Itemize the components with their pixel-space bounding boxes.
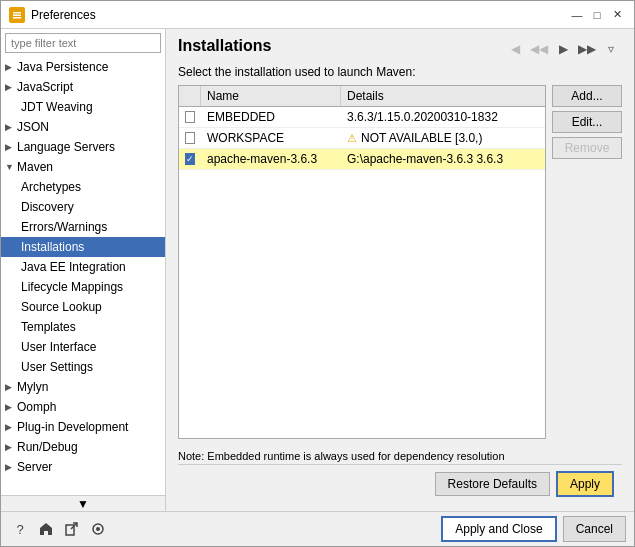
row3-checkbox[interactable]: ✓ <box>185 153 195 165</box>
nav-forward2-button[interactable]: ▶▶ <box>576 38 598 60</box>
maximize-button[interactable]: □ <box>588 6 606 24</box>
note-text: Note: Embedded runtime is always used fo… <box>178 449 622 464</box>
sidebar-item-maven[interactable]: ▼ Maven <box>1 157 165 177</box>
sidebar-item-templates[interactable]: Templates <box>1 317 165 337</box>
nav-back-button[interactable]: ◀ <box>504 38 526 60</box>
minimize-button[interactable]: — <box>568 6 586 24</box>
table-body: EMBEDDED 3.6.3/1.15.0.20200310-1832 WORK… <box>179 107 545 438</box>
warning-icon: ⚠ <box>347 132 357 145</box>
nav-forward-button[interactable]: ▶ <box>552 38 574 60</box>
scroll-down-icon: ▼ <box>77 497 89 511</box>
installations-table: Name Details EMBEDDED 3.6.3/1.15.0.20200… <box>178 85 546 439</box>
edit-button[interactable]: Edit... <box>552 111 622 133</box>
restore-defaults-button[interactable]: Restore Defaults <box>435 472 550 496</box>
title-bar-left: Preferences <box>9 7 96 23</box>
nav-back2-button[interactable]: ◀◀ <box>528 38 550 60</box>
svg-rect-2 <box>13 14 21 16</box>
export-icon[interactable] <box>61 518 83 540</box>
table-row[interactable]: WORKSPACE ⚠ NOT AVAILABLE [3.0,) <box>179 128 545 149</box>
th-name: Name <box>201 86 341 106</box>
sidebar-item-javascript[interactable]: ▶ JavaScript <box>1 77 165 97</box>
td-checkbox[interactable] <box>179 128 201 148</box>
expand-arrow: ▶ <box>5 82 15 92</box>
sidebar-item-server[interactable]: ▶ Server <box>1 457 165 477</box>
sidebar-item-run-debug[interactable]: ▶ Run/Debug <box>1 437 165 457</box>
footer-icons: ? <box>9 518 109 540</box>
svg-point-7 <box>96 527 100 531</box>
dialog-buttons: Apply and Close Cancel <box>441 516 626 542</box>
main-content: ▶ Java Persistence ▶ JavaScript JDT Weav… <box>1 29 634 511</box>
nav-arrows: ◀ ◀◀ ▶ ▶▶ ▿ <box>504 38 622 60</box>
nav-menu-button[interactable]: ▿ <box>600 38 622 60</box>
expand-arrow: ▼ <box>5 162 15 172</box>
table-row[interactable]: ✓ apache-maven-3.6.3 G:\apache-maven-3.6… <box>179 149 545 170</box>
help-icon[interactable]: ? <box>9 518 31 540</box>
preferences-window: Preferences — □ ✕ ▶ Java Persistence ▶ J… <box>0 0 635 547</box>
svg-rect-1 <box>13 12 21 14</box>
expand-arrow: ▶ <box>5 122 15 132</box>
row2-checkbox[interactable] <box>185 132 195 144</box>
sidebar-item-mylyn[interactable]: ▶ Mylyn <box>1 377 165 397</box>
sidebar-item-user-interface[interactable]: User Interface <box>1 337 165 357</box>
side-buttons: Add... Edit... Remove <box>552 85 622 439</box>
table-header: Name Details <box>179 86 545 107</box>
sidebar-item-java-persistence[interactable]: ▶ Java Persistence <box>1 57 165 77</box>
row1-checkbox[interactable] <box>185 111 195 123</box>
th-details: Details <box>341 86 545 106</box>
sidebar-item-java-ee-integration[interactable]: Java EE Integration <box>1 257 165 277</box>
cancel-button[interactable]: Cancel <box>563 516 626 542</box>
window-icon <box>9 7 25 23</box>
footer-bar: ? Apply and Close <box>1 511 634 546</box>
panel-title: Installations <box>178 37 271 55</box>
expand-arrow: ▶ <box>5 62 15 72</box>
td-name: EMBEDDED <box>201 107 341 127</box>
title-controls: — □ ✕ <box>568 6 626 24</box>
sidebar-item-discovery[interactable]: Discovery <box>1 197 165 217</box>
right-panel: Installations ◀ ◀◀ ▶ ▶▶ ▿ Select the ins… <box>166 29 634 511</box>
remove-button[interactable]: Remove <box>552 137 622 159</box>
td-checkbox[interactable] <box>179 107 201 127</box>
filter-input[interactable] <box>5 33 161 53</box>
sidebar-item-plug-in-development[interactable]: ▶ Plug-in Development <box>1 417 165 437</box>
apply-button[interactable]: Apply <box>556 471 614 497</box>
table-section: Name Details EMBEDDED 3.6.3/1.15.0.20200… <box>178 85 622 439</box>
sidebar-scroll-down[interactable]: ▼ <box>1 495 165 511</box>
add-button[interactable]: Add... <box>552 85 622 107</box>
sidebar-item-oomph[interactable]: ▶ Oomph <box>1 397 165 417</box>
sidebar-item-archetypes[interactable]: Archetypes <box>1 177 165 197</box>
sidebar-item-source-lookup[interactable]: Source Lookup <box>1 297 165 317</box>
expand-arrow: ▶ <box>5 142 15 152</box>
close-button[interactable]: ✕ <box>608 6 626 24</box>
td-name: WORKSPACE <box>201 128 341 148</box>
sidebar: ▶ Java Persistence ▶ JavaScript JDT Weav… <box>1 29 166 511</box>
panel-description: Select the installation used to launch M… <box>178 65 622 79</box>
expand-arrow: ▶ <box>5 382 15 392</box>
expand-arrow: ▶ <box>5 422 15 432</box>
window-title: Preferences <box>31 8 96 22</box>
td-details: ⚠ NOT AVAILABLE [3.0,) <box>341 128 545 148</box>
svg-rect-3 <box>13 17 21 19</box>
sidebar-item-json[interactable]: ▶ JSON <box>1 117 165 137</box>
table-row[interactable]: EMBEDDED 3.6.3/1.15.0.20200310-1832 <box>179 107 545 128</box>
td-checkbox[interactable]: ✓ <box>179 149 201 169</box>
title-bar: Preferences — □ ✕ <box>1 1 634 29</box>
bottom-bar: Restore Defaults Apply <box>178 464 622 503</box>
td-details: 3.6.3/1.15.0.20200310-1832 <box>341 107 545 127</box>
expand-arrow: ▶ <box>5 462 15 472</box>
sidebar-scroll[interactable]: ▶ Java Persistence ▶ JavaScript JDT Weav… <box>1 57 165 495</box>
sidebar-item-errors-warnings[interactable]: Errors/Warnings <box>1 217 165 237</box>
sidebar-item-user-settings[interactable]: User Settings <box>1 357 165 377</box>
sidebar-item-language-servers[interactable]: ▶ Language Servers <box>1 137 165 157</box>
expand-arrow: ▶ <box>5 402 15 412</box>
sidebar-item-installations[interactable]: Installations <box>1 237 165 257</box>
th-checkbox <box>179 86 201 106</box>
settings-icon[interactable] <box>87 518 109 540</box>
sidebar-item-lifecycle-mappings[interactable]: Lifecycle Mappings <box>1 277 165 297</box>
expand-arrow: ▶ <box>5 442 15 452</box>
sidebar-item-jdt-weaving[interactable]: JDT Weaving <box>1 97 165 117</box>
td-details: G:\apache-maven-3.6.3 3.6.3 <box>341 149 545 169</box>
td-name: apache-maven-3.6.3 <box>201 149 341 169</box>
apply-and-close-button[interactable]: Apply and Close <box>441 516 556 542</box>
home-icon[interactable] <box>35 518 57 540</box>
